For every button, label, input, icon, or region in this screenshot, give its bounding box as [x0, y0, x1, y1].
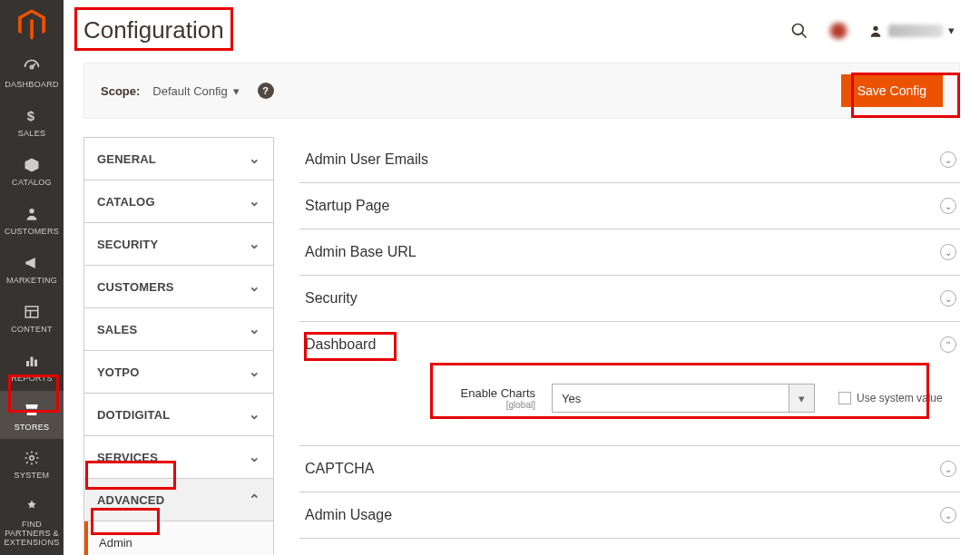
nav-label: CONTENT [11, 326, 53, 335]
config-group-dotdigital[interactable]: DOTDIGITAL⌄ [84, 394, 273, 436]
admin-sidebar: DASHBOARD $ SALES CATALOG CUSTOMERS MARK… [0, 0, 64, 555]
account-name [888, 24, 943, 37]
enable-charts-select[interactable]: Yes ▾ [552, 384, 815, 413]
scope-label: Scope: [101, 84, 140, 98]
nav-label: SYSTEM [15, 472, 50, 481]
enable-charts-scope: [global] [305, 400, 535, 410]
settings-panel: Admin User Emails⌄ Startup Page⌄ Admin B… [299, 137, 960, 555]
nav-dashboard[interactable]: DASHBOARD [0, 48, 64, 97]
svg-text:$: $ [27, 108, 35, 123]
svg-point-11 [873, 25, 877, 30]
search-icon[interactable] [790, 22, 808, 40]
chevron-down-icon: ⌄ [249, 364, 260, 380]
chevron-down-icon: ⌄ [249, 449, 260, 465]
section-admin-base-url[interactable]: Admin Base URL⌄ [299, 229, 960, 276]
config-group-services[interactable]: SERVICES⌄ [84, 436, 273, 479]
section-captcha[interactable]: CAPTCHA⌄ [299, 445, 960, 492]
partners-icon [24, 497, 40, 517]
expand-icon: ⌄ [940, 198, 956, 214]
svg-rect-7 [34, 359, 37, 366]
config-sub-admin[interactable]: Admin [84, 521, 273, 555]
nav-system[interactable]: SYSTEM [0, 439, 64, 488]
section-dashboard-body: Enable Charts [global] Yes ▾ Use system … [299, 367, 960, 445]
nav-marketing[interactable]: MARKETING [0, 244, 64, 293]
nav-reports[interactable]: REPORTS [0, 342, 64, 391]
scope-value: Default Config [152, 84, 227, 98]
expand-icon: ⌄ [940, 290, 956, 307]
person-icon [24, 204, 39, 224]
config-group-advanced[interactable]: ADVANCED⌃ [84, 479, 273, 521]
layout-icon [24, 302, 40, 322]
page-title: Configuration [83, 13, 224, 48]
svg-point-9 [793, 24, 804, 34]
section-security[interactable]: Security⌄ [299, 276, 960, 322]
nav-content[interactable]: CONTENT [0, 293, 64, 342]
expand-icon: ⌄ [940, 507, 956, 523]
account-dropdown[interactable]: ▾ [868, 24, 955, 38]
nav-label: CUSTOMERS [5, 228, 59, 237]
config-group-customers[interactable]: CUSTOMERS⌄ [84, 266, 273, 308]
config-group-yotpo[interactable]: YOTPO⌄ [84, 351, 273, 394]
config-sidebar: GENERAL⌄ CATALOG⌄ SECURITY⌄ CUSTOMERS⌄ S… [83, 137, 274, 555]
help-icon[interactable]: ? [258, 83, 274, 99]
nav-stores[interactable]: STORES [0, 391, 64, 440]
notification-badge[interactable] [827, 21, 850, 41]
scope-bar: Scope: Default Config ▾ ? Save Config [83, 63, 960, 119]
megaphone-icon [24, 253, 40, 273]
chevron-up-icon: ⌃ [249, 492, 260, 508]
gear-icon [24, 448, 40, 468]
chevron-down-icon: ▾ [233, 84, 240, 98]
svg-point-1 [29, 209, 34, 213]
chevron-down-icon: ▾ [948, 24, 955, 37]
section-dashboard[interactable]: Dashboard⌃ [299, 322, 960, 367]
use-system-value-checkbox[interactable] [838, 392, 851, 404]
nav-sales[interactable]: $ SALES [0, 97, 64, 146]
section-startup-page[interactable]: Startup Page⌄ [299, 183, 960, 229]
collapse-icon: ⌃ [940, 336, 956, 353]
nav-label: SALES [18, 130, 46, 139]
nav-customers[interactable]: CUSTOMERS [0, 195, 64, 244]
nav-catalog[interactable]: CATALOG [0, 146, 64, 195]
save-config-button[interactable]: Save Config [841, 74, 943, 107]
user-icon [868, 24, 883, 38]
nav-label: FIND PARTNERS & EXTENSIONS [2, 521, 62, 548]
gauge-icon [23, 57, 41, 77]
chevron-down-icon: ▾ [789, 385, 814, 412]
chevron-down-icon: ⌄ [249, 278, 260, 295]
config-group-sales[interactable]: SALES⌄ [84, 308, 273, 351]
box-icon [24, 155, 40, 175]
svg-rect-2 [25, 307, 38, 317]
enable-charts-label: Enable Charts [461, 386, 535, 400]
chevron-down-icon: ⌄ [249, 151, 260, 167]
section-admin-user-emails[interactable]: Admin User Emails⌄ [299, 137, 960, 183]
chevron-down-icon: ⌄ [249, 321, 260, 337]
config-group-security[interactable]: SECURITY⌄ [84, 223, 273, 266]
config-group-general[interactable]: GENERAL⌄ [84, 138, 273, 180]
select-value: Yes [553, 392, 590, 405]
expand-icon: ⌄ [940, 151, 956, 168]
config-group-catalog[interactable]: CATALOG⌄ [84, 180, 273, 223]
magento-logo[interactable] [0, 0, 64, 48]
store-icon [23, 400, 41, 420]
use-system-value-label: Use system value [857, 392, 943, 404]
nav-label: CATALOG [12, 179, 52, 188]
chevron-down-icon: ⌄ [249, 406, 260, 423]
nav-label: DASHBOARD [5, 81, 59, 90]
chevron-down-icon: ⌄ [249, 236, 260, 252]
section-admin-usage[interactable]: Admin Usage⌄ [299, 492, 960, 539]
scope-selector[interactable]: Default Config ▾ [152, 84, 239, 98]
svg-line-10 [802, 33, 807, 37]
dollar-icon: $ [24, 106, 40, 126]
expand-icon: ⌄ [940, 244, 956, 260]
bar-chart-icon [24, 351, 40, 371]
svg-rect-6 [31, 356, 34, 366]
nav-label: STORES [15, 424, 50, 433]
nav-label: REPORTS [11, 375, 52, 384]
expand-icon: ⌄ [940, 461, 956, 477]
nav-find-partners[interactable]: FIND PARTNERS & EXTENSIONS [0, 488, 64, 555]
nav-label: MARKETING [6, 277, 57, 286]
chevron-down-icon: ⌄ [249, 193, 260, 209]
svg-rect-5 [26, 361, 29, 366]
svg-point-8 [30, 456, 34, 461]
